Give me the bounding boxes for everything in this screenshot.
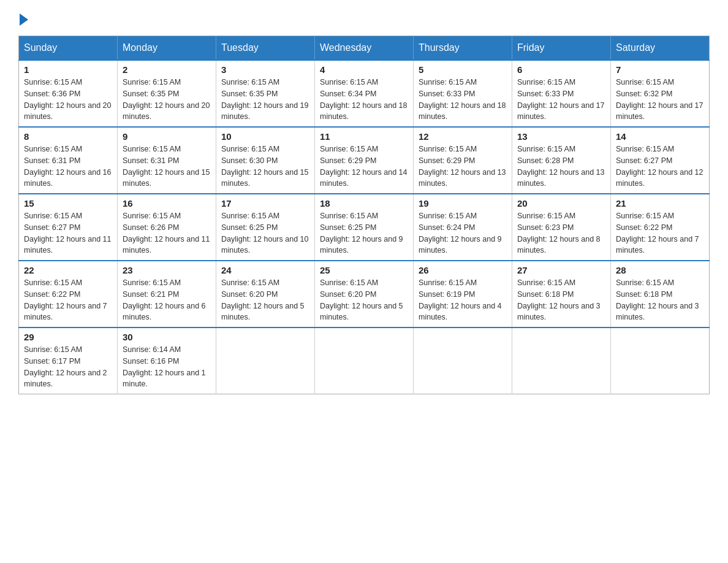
day-number: 16	[123, 198, 211, 209]
calendar-cell: 19Sunrise: 6:15 AMSunset: 6:24 PMDayligh…	[414, 194, 512, 261]
calendar-cell: 2Sunrise: 6:15 AMSunset: 6:35 PMDaylight…	[118, 60, 216, 127]
calendar-week-5: 29Sunrise: 6:15 AMSunset: 6:17 PMDayligh…	[19, 327, 710, 394]
day-number: 19	[419, 198, 507, 209]
day-info: Sunrise: 6:15 AMSunset: 6:19 PMDaylight:…	[419, 277, 507, 323]
day-number: 26	[419, 265, 507, 275]
weekday-header-friday: Friday	[512, 36, 611, 61]
day-info: Sunrise: 6:14 AMSunset: 6:16 PMDaylight:…	[123, 344, 211, 390]
calendar-cell: 9Sunrise: 6:15 AMSunset: 6:31 PMDaylight…	[118, 127, 216, 194]
day-number: 21	[616, 198, 704, 209]
weekday-header-wednesday: Wednesday	[315, 36, 414, 61]
weekday-header-saturday: Saturday	[611, 36, 710, 61]
day-number: 14	[616, 131, 704, 142]
day-number: 18	[320, 198, 408, 209]
day-info: Sunrise: 6:15 AMSunset: 6:27 PMDaylight:…	[24, 210, 112, 256]
calendar-week-2: 8Sunrise: 6:15 AMSunset: 6:31 PMDaylight…	[19, 127, 710, 194]
calendar-cell: 21Sunrise: 6:15 AMSunset: 6:22 PMDayligh…	[611, 194, 710, 261]
day-number: 28	[616, 265, 704, 275]
calendar-cell: 1Sunrise: 6:15 AMSunset: 6:36 PMDaylight…	[19, 60, 118, 127]
calendar-cell: 26Sunrise: 6:15 AMSunset: 6:19 PMDayligh…	[414, 261, 512, 327]
day-info: Sunrise: 6:15 AMSunset: 6:34 PMDaylight:…	[320, 77, 408, 123]
calendar-cell: 7Sunrise: 6:15 AMSunset: 6:32 PMDaylight…	[611, 60, 710, 127]
day-info: Sunrise: 6:15 AMSunset: 6:17 PMDaylight:…	[24, 344, 112, 390]
day-number: 15	[24, 198, 112, 209]
calendar-week-3: 15Sunrise: 6:15 AMSunset: 6:27 PMDayligh…	[19, 194, 710, 261]
day-number: 17	[221, 198, 309, 209]
day-info: Sunrise: 6:15 AMSunset: 6:31 PMDaylight:…	[24, 144, 112, 190]
calendar-cell: 8Sunrise: 6:15 AMSunset: 6:31 PMDaylight…	[19, 127, 118, 194]
calendar-cell	[512, 327, 611, 394]
day-info: Sunrise: 6:15 AMSunset: 6:29 PMDaylight:…	[419, 144, 507, 190]
calendar-cell	[414, 327, 512, 394]
day-number: 13	[517, 131, 605, 142]
day-info: Sunrise: 6:15 AMSunset: 6:18 PMDaylight:…	[517, 277, 605, 323]
day-info: Sunrise: 6:15 AMSunset: 6:31 PMDaylight:…	[123, 144, 211, 190]
day-number: 6	[517, 64, 605, 75]
day-number: 9	[123, 131, 211, 142]
day-number: 23	[123, 265, 211, 275]
day-number: 4	[320, 64, 408, 75]
day-number: 11	[320, 131, 408, 142]
calendar-cell: 22Sunrise: 6:15 AMSunset: 6:22 PMDayligh…	[19, 261, 118, 327]
calendar-cell: 3Sunrise: 6:15 AMSunset: 6:35 PMDaylight…	[216, 60, 315, 127]
calendar-cell: 16Sunrise: 6:15 AMSunset: 6:26 PMDayligh…	[118, 194, 216, 261]
day-info: Sunrise: 6:15 AMSunset: 6:28 PMDaylight:…	[517, 144, 605, 190]
weekday-header-tuesday: Tuesday	[216, 36, 315, 61]
calendar-cell: 4Sunrise: 6:15 AMSunset: 6:34 PMDaylight…	[315, 60, 414, 127]
calendar-cell: 11Sunrise: 6:15 AMSunset: 6:29 PMDayligh…	[315, 127, 414, 194]
day-info: Sunrise: 6:15 AMSunset: 6:29 PMDaylight:…	[320, 144, 408, 190]
day-info: Sunrise: 6:15 AMSunset: 6:33 PMDaylight:…	[517, 77, 605, 123]
day-info: Sunrise: 6:15 AMSunset: 6:33 PMDaylight:…	[419, 77, 507, 123]
page-header	[18, 12, 710, 23]
day-number: 1	[24, 64, 112, 75]
calendar-table: SundayMondayTuesdayWednesdayThursdayFrid…	[18, 36, 710, 394]
calendar-cell	[611, 327, 710, 394]
calendar-cell: 20Sunrise: 6:15 AMSunset: 6:23 PMDayligh…	[512, 194, 611, 261]
day-info: Sunrise: 6:15 AMSunset: 6:25 PMDaylight:…	[320, 210, 408, 256]
calendar-cell: 15Sunrise: 6:15 AMSunset: 6:27 PMDayligh…	[19, 194, 118, 261]
calendar-cell: 30Sunrise: 6:14 AMSunset: 6:16 PMDayligh…	[118, 327, 216, 394]
calendar-cell: 24Sunrise: 6:15 AMSunset: 6:20 PMDayligh…	[216, 261, 315, 327]
calendar-week-4: 22Sunrise: 6:15 AMSunset: 6:22 PMDayligh…	[19, 261, 710, 327]
calendar-cell	[216, 327, 315, 394]
logo	[18, 12, 28, 23]
day-info: Sunrise: 6:15 AMSunset: 6:22 PMDaylight:…	[24, 277, 112, 323]
day-number: 3	[221, 64, 309, 75]
day-info: Sunrise: 6:15 AMSunset: 6:23 PMDaylight:…	[517, 210, 605, 256]
day-info: Sunrise: 6:15 AMSunset: 6:20 PMDaylight:…	[221, 277, 309, 323]
day-number: 2	[123, 64, 211, 75]
calendar-cell: 25Sunrise: 6:15 AMSunset: 6:20 PMDayligh…	[315, 261, 414, 327]
day-number: 25	[320, 265, 408, 275]
calendar-cell: 6Sunrise: 6:15 AMSunset: 6:33 PMDaylight…	[512, 60, 611, 127]
calendar-cell: 18Sunrise: 6:15 AMSunset: 6:25 PMDayligh…	[315, 194, 414, 261]
day-number: 12	[419, 131, 507, 142]
day-info: Sunrise: 6:15 AMSunset: 6:27 PMDaylight:…	[616, 144, 704, 190]
day-info: Sunrise: 6:15 AMSunset: 6:35 PMDaylight:…	[123, 77, 211, 123]
calendar-cell: 12Sunrise: 6:15 AMSunset: 6:29 PMDayligh…	[414, 127, 512, 194]
calendar-cell: 27Sunrise: 6:15 AMSunset: 6:18 PMDayligh…	[512, 261, 611, 327]
day-info: Sunrise: 6:15 AMSunset: 6:35 PMDaylight:…	[221, 77, 309, 123]
day-number: 27	[517, 265, 605, 275]
weekday-header-sunday: Sunday	[19, 36, 118, 61]
calendar-cell: 10Sunrise: 6:15 AMSunset: 6:30 PMDayligh…	[216, 127, 315, 194]
calendar-cell: 17Sunrise: 6:15 AMSunset: 6:25 PMDayligh…	[216, 194, 315, 261]
calendar-cell	[315, 327, 414, 394]
day-info: Sunrise: 6:15 AMSunset: 6:26 PMDaylight:…	[123, 210, 211, 256]
day-number: 5	[419, 64, 507, 75]
day-number: 7	[616, 64, 704, 75]
day-number: 24	[221, 265, 309, 275]
day-info: Sunrise: 6:15 AMSunset: 6:21 PMDaylight:…	[123, 277, 211, 323]
calendar-cell: 28Sunrise: 6:15 AMSunset: 6:18 PMDayligh…	[611, 261, 710, 327]
day-info: Sunrise: 6:15 AMSunset: 6:32 PMDaylight:…	[616, 77, 704, 123]
calendar-cell: 23Sunrise: 6:15 AMSunset: 6:21 PMDayligh…	[118, 261, 216, 327]
day-number: 20	[517, 198, 605, 209]
calendar-cell: 5Sunrise: 6:15 AMSunset: 6:33 PMDaylight…	[414, 60, 512, 127]
day-number: 22	[24, 265, 112, 275]
day-info: Sunrise: 6:15 AMSunset: 6:24 PMDaylight:…	[419, 210, 507, 256]
day-number: 29	[24, 332, 112, 342]
day-info: Sunrise: 6:15 AMSunset: 6:25 PMDaylight:…	[221, 210, 309, 256]
calendar-cell: 13Sunrise: 6:15 AMSunset: 6:28 PMDayligh…	[512, 127, 611, 194]
day-number: 8	[24, 131, 112, 142]
day-number: 10	[221, 131, 309, 142]
weekday-header-thursday: Thursday	[414, 36, 512, 61]
